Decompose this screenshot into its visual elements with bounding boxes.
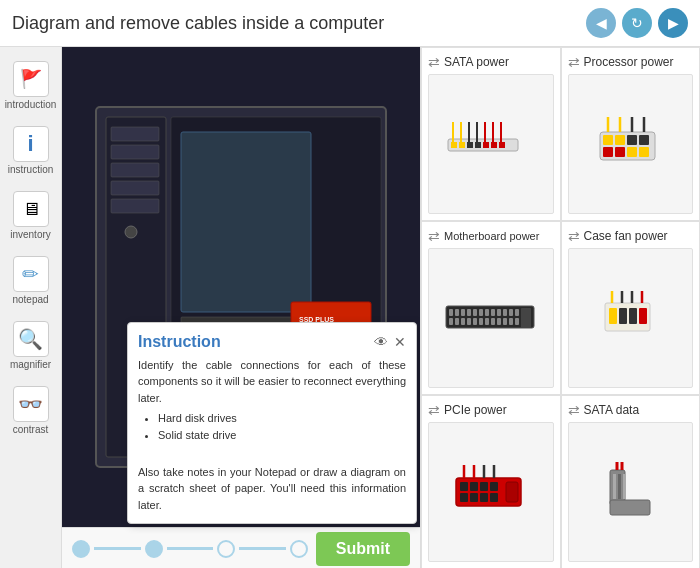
cable-card-case-fan-power: ⇄ Case fan power <box>561 221 701 395</box>
svg-rect-95 <box>490 493 498 502</box>
instruction-bullet-2: Solid state drive <box>158 429 236 441</box>
close-icon[interactable]: ✕ <box>394 334 406 350</box>
cable-card-processor-power: ⇄ Processor power <box>561 47 701 221</box>
svg-rect-44 <box>603 147 613 157</box>
instruction-icon: i <box>13 126 49 162</box>
introduction-label: introduction <box>5 99 57 110</box>
processor-power-image <box>568 74 694 214</box>
sidebar-item-instruction[interactable]: i instruction <box>0 120 61 181</box>
progress-dot-2 <box>145 540 163 558</box>
svg-rect-30 <box>491 142 497 148</box>
svg-rect-71 <box>485 318 489 325</box>
sidebar-item-notepad[interactable]: ✏ notepad <box>0 250 61 311</box>
magnifier-icon: 🔍 <box>13 321 49 357</box>
next-button[interactable]: ▶ <box>658 8 688 38</box>
svg-rect-94 <box>480 493 488 502</box>
instruction-intro: Identify the cable connections for each … <box>138 359 406 404</box>
svg-rect-102 <box>610 500 650 515</box>
cable-card-processor-power-header: ⇄ Processor power <box>568 54 694 70</box>
main-layout: 🚩 introduction i instruction 🖥 inventory… <box>0 47 700 568</box>
svg-rect-93 <box>470 493 478 502</box>
cable-card-sata-power: ⇄ SATA power <box>421 47 561 221</box>
instruction-popup-controls: 👁 ✕ <box>374 334 406 350</box>
cable-card-motherboard-power: ⇄ Motherboard power <box>421 221 561 395</box>
sidebar: 🚩 introduction i instruction 🖥 inventory… <box>0 47 62 568</box>
header: Diagram and remove cables inside a compu… <box>0 0 700 47</box>
svg-rect-80 <box>619 308 627 324</box>
svg-rect-62 <box>503 309 507 316</box>
svg-rect-105 <box>623 474 626 499</box>
instruction-popup: Instruction 👁 ✕ Identify the cable conne… <box>127 322 417 525</box>
cable-card-pcie-power-header: ⇄ PCIe power <box>428 402 554 418</box>
cable-card-sata-data: ⇄ SATA data <box>561 395 701 568</box>
svg-rect-74 <box>503 318 507 325</box>
prev-button[interactable]: ◀ <box>586 8 616 38</box>
sidebar-item-contrast[interactable]: 👓 contrast <box>0 380 61 441</box>
progress-line-2 <box>167 547 214 550</box>
sata-power-image <box>428 74 554 214</box>
svg-rect-52 <box>446 306 534 328</box>
case-fan-power-icon: ⇄ <box>568 228 580 244</box>
processor-power-icon: ⇄ <box>568 54 580 70</box>
svg-rect-55 <box>461 309 465 316</box>
svg-rect-27 <box>467 142 473 148</box>
motherboard-power-image <box>428 248 554 388</box>
sidebar-item-inventory[interactable]: 🖥 inventory <box>0 185 61 246</box>
instruction-label: instruction <box>8 164 54 175</box>
svg-rect-40 <box>603 135 613 145</box>
svg-rect-73 <box>497 318 501 325</box>
inventory-icon: 🖥 <box>13 191 49 227</box>
svg-rect-47 <box>639 147 649 157</box>
processor-power-label: Processor power <box>584 55 674 69</box>
svg-rect-58 <box>479 309 483 316</box>
svg-rect-2 <box>111 127 159 141</box>
sata-power-label: SATA power <box>444 55 509 69</box>
motherboard-power-icon: ⇄ <box>428 228 440 244</box>
progress-dot-4 <box>290 540 308 558</box>
notepad-icon: ✏ <box>13 256 49 292</box>
sata-data-image <box>568 422 694 562</box>
svg-rect-45 <box>615 147 625 157</box>
progress-indicator <box>72 540 308 558</box>
cable-card-pcie-power: ⇄ PCIe power <box>421 395 561 568</box>
motherboard-power-label: Motherboard power <box>444 230 539 242</box>
svg-rect-81 <box>629 308 637 324</box>
instruction-extra: Also take notes in your Notepad or draw … <box>138 466 406 511</box>
svg-rect-77 <box>521 308 531 328</box>
svg-point-7 <box>125 226 137 238</box>
svg-rect-26 <box>459 142 465 148</box>
svg-rect-60 <box>491 309 495 316</box>
cable-card-sata-data-header: ⇄ SATA data <box>568 402 694 418</box>
svg-rect-61 <box>497 309 501 316</box>
sata-power-icon: ⇄ <box>428 54 440 70</box>
svg-rect-82 <box>639 308 647 324</box>
refresh-button[interactable]: ↻ <box>622 8 652 38</box>
svg-rect-67 <box>461 318 465 325</box>
svg-rect-91 <box>490 482 498 491</box>
svg-rect-43 <box>639 135 649 145</box>
sidebar-item-magnifier[interactable]: 🔍 magnifier <box>0 315 61 376</box>
cable-card-sata-power-header: ⇄ SATA power <box>428 54 554 70</box>
contrast-label: contrast <box>13 424 49 435</box>
svg-rect-104 <box>618 474 621 499</box>
progress-line <box>94 547 141 550</box>
svg-rect-3 <box>111 145 159 159</box>
bottom-bar: Submit <box>62 527 420 568</box>
instruction-popup-body: Identify the cable connections for each … <box>138 357 406 514</box>
svg-rect-31 <box>499 142 505 148</box>
sata-data-label: SATA data <box>584 403 640 417</box>
svg-rect-57 <box>473 309 477 316</box>
svg-rect-103 <box>613 474 616 499</box>
svg-rect-96 <box>506 482 518 502</box>
eye-icon[interactable]: 👁 <box>374 334 388 350</box>
case-fan-power-label: Case fan power <box>584 229 668 243</box>
sidebar-item-introduction[interactable]: 🚩 introduction <box>0 55 61 116</box>
svg-rect-6 <box>111 199 159 213</box>
submit-button[interactable]: Submit <box>316 532 410 566</box>
svg-rect-63 <box>509 309 513 316</box>
svg-rect-5 <box>111 181 159 195</box>
instruction-bullet-1: Hard disk drives <box>158 412 237 424</box>
contrast-icon: 👓 <box>13 386 49 422</box>
navigation-buttons: ◀ ↻ ▶ <box>586 8 688 38</box>
svg-rect-75 <box>509 318 513 325</box>
